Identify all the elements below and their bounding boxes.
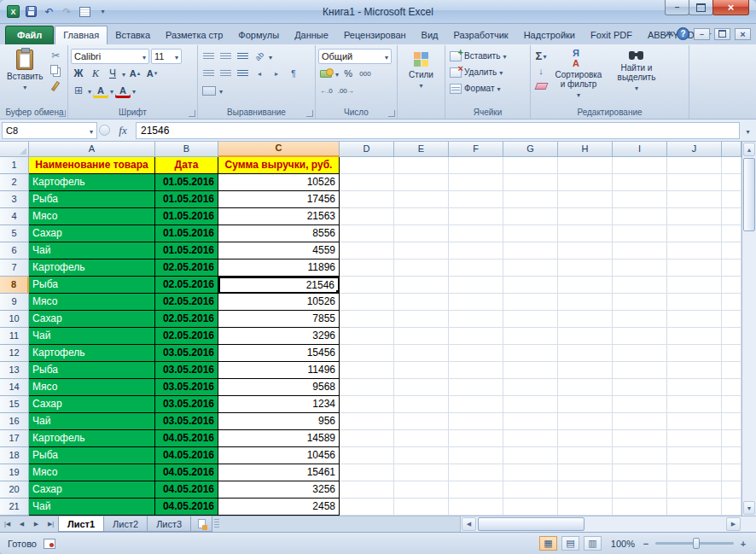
cell-H21[interactable]	[558, 499, 613, 516]
select-all-corner[interactable]	[0, 142, 29, 157]
cell-I15[interactable]	[613, 396, 667, 413]
cell-J19[interactable]	[667, 464, 722, 481]
cell-B18[interactable]: 04.05.2016	[155, 447, 218, 464]
cell-J3[interactable]	[667, 191, 722, 208]
orientation-button[interactable]	[252, 49, 267, 64]
row-header-9[interactable]: 9	[0, 294, 29, 311]
cell-J11[interactable]	[667, 328, 722, 345]
orientation-dropdown-icon[interactable]	[269, 51, 272, 61]
cell-A10[interactable]: Сахар	[29, 311, 155, 328]
workbook-restore-icon[interactable]	[714, 28, 730, 40]
wrap-text-button[interactable]	[286, 66, 301, 81]
cell-D21[interactable]	[340, 499, 394, 516]
cell-D10[interactable]	[340, 311, 394, 328]
redo-button[interactable]	[60, 4, 74, 19]
fill-color-dropdown-icon[interactable]	[110, 85, 113, 96]
cell-partial-15[interactable]	[722, 396, 741, 413]
cell-I4[interactable]	[613, 208, 667, 225]
cell-H6[interactable]	[558, 242, 613, 260]
minimize-ribbon-icon[interactable]	[666, 31, 674, 39]
number-dialog-launcher-icon[interactable]	[388, 110, 395, 117]
decrease-decimal-button[interactable]	[336, 83, 356, 98]
cell-H10[interactable]	[558, 311, 613, 328]
cell-E20[interactable]	[394, 481, 449, 499]
cell-G15[interactable]	[503, 396, 558, 413]
cell-B12[interactable]: 03.05.2016	[155, 345, 218, 362]
cell-A11[interactable]: Чай	[29, 328, 155, 345]
row-header-5[interactable]: 5	[0, 225, 29, 242]
column-header-I[interactable]: I	[613, 142, 667, 157]
help-icon[interactable]	[677, 27, 689, 40]
align-right-button[interactable]	[235, 66, 250, 81]
row-header-13[interactable]: 13	[0, 362, 29, 379]
merge-center-button[interactable]	[201, 83, 218, 98]
cell-partial-12[interactable]	[722, 345, 741, 362]
cell-I14[interactable]	[613, 379, 667, 396]
cell-F21[interactable]	[449, 499, 503, 516]
cell-A15[interactable]: Сахар	[29, 396, 155, 413]
cell-D11[interactable]	[340, 328, 394, 345]
cell-H14[interactable]	[558, 379, 613, 396]
cell-I7[interactable]	[613, 260, 667, 277]
tab-Foxit PDF[interactable]: Foxit PDF	[583, 26, 640, 44]
cell-C13[interactable]: 11496	[218, 362, 340, 379]
cell-D14[interactable]	[340, 379, 394, 396]
cell-B6[interactable]: 01.05.2016	[155, 242, 218, 260]
cell-C19[interactable]: 15461	[218, 464, 340, 481]
cell-D8[interactable]	[340, 277, 394, 294]
cell-partial-3[interactable]	[722, 191, 741, 208]
expand-formula-bar-icon[interactable]	[741, 125, 754, 136]
cell-B17[interactable]: 04.05.2016	[155, 430, 218, 447]
cell-J1[interactable]	[667, 157, 722, 174]
cell-I13[interactable]	[613, 362, 667, 379]
merge-center-dropdown-icon[interactable]	[219, 85, 223, 96]
cell-G20[interactable]	[503, 481, 558, 499]
cell-C8[interactable]: 21546	[218, 277, 340, 294]
tab-Разработчик[interactable]: Разработчик	[446, 26, 516, 44]
cell-J4[interactable]	[667, 208, 722, 225]
cell-C21[interactable]: 2458	[218, 499, 340, 516]
cell-E3[interactable]	[394, 191, 449, 208]
cell-F3[interactable]	[449, 191, 503, 208]
name-box[interactable]: C8	[2, 122, 97, 139]
cell-G18[interactable]	[503, 447, 558, 464]
cell-J16[interactable]	[667, 413, 722, 430]
cell-F17[interactable]	[449, 430, 503, 447]
insert-cells-button[interactable]: Вставить	[448, 48, 527, 64]
column-header-A[interactable]: A	[29, 142, 155, 157]
accounting-format-button[interactable]	[318, 66, 334, 81]
cell-B19[interactable]: 04.05.2016	[155, 464, 218, 481]
tab-Данные[interactable]: Данные	[287, 26, 336, 44]
cell-partial-4[interactable]	[722, 208, 741, 225]
cell-D12[interactable]	[340, 345, 394, 362]
row-header-8[interactable]: 8	[0, 277, 29, 294]
shrink-font-button[interactable]: А	[144, 66, 160, 81]
cell-A19[interactable]: Мясо	[29, 464, 155, 481]
scroll-down-icon[interactable]	[743, 501, 755, 515]
cell-D13[interactable]	[340, 362, 394, 379]
cell-E8[interactable]	[394, 277, 449, 294]
cell-H15[interactable]	[558, 396, 613, 413]
row-header-2[interactable]: 2	[0, 174, 29, 191]
close-button[interactable]	[712, 0, 749, 15]
cell-partial-7[interactable]	[722, 260, 741, 277]
cell-I18[interactable]	[613, 447, 667, 464]
cell-A17[interactable]: Картофель	[29, 430, 155, 447]
clear-button[interactable]	[533, 79, 549, 94]
sheet-tab-Лист3[interactable]: Лист3	[147, 516, 191, 532]
cell-E11[interactable]	[394, 328, 449, 345]
cell-B5[interactable]: 01.05.2016	[155, 225, 218, 242]
cell-I12[interactable]	[613, 345, 667, 362]
delete-cells-button[interactable]: Удалить	[448, 64, 527, 80]
cell-A6[interactable]: Чай	[29, 242, 155, 260]
sort-filter-button[interactable]: Сортировка и фильтр	[550, 48, 607, 101]
alignment-dialog-launcher-icon[interactable]	[306, 110, 313, 117]
cell-G17[interactable]	[503, 430, 558, 447]
number-format-select[interactable]: Общий	[318, 49, 392, 64]
cell-I3[interactable]	[613, 191, 667, 208]
horizontal-scroll-thumb[interactable]	[478, 517, 584, 531]
cell-H13[interactable]	[558, 362, 613, 379]
tab-Главная[interactable]: Главная	[55, 26, 108, 44]
increase-decimal-button[interactable]	[318, 83, 334, 98]
cell-J13[interactable]	[667, 362, 722, 379]
